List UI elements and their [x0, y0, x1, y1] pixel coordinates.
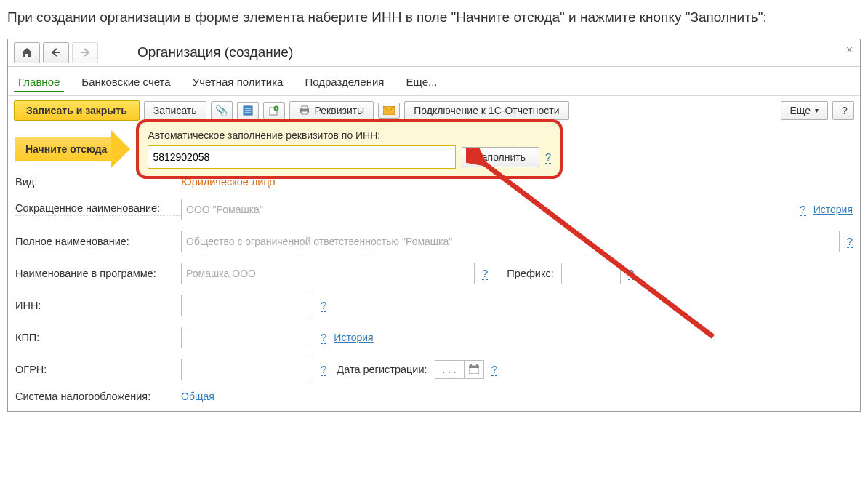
regdate-label: Дата регистрации:: [337, 364, 427, 375]
requisites-button[interactable]: Реквизиты: [289, 101, 374, 120]
help-button[interactable]: ?: [832, 101, 854, 120]
mail-icon: [383, 106, 395, 115]
tab-more[interactable]: Еще...: [401, 73, 441, 92]
short-name-input[interactable]: [181, 199, 792, 220]
tab-bank-accounts[interactable]: Банковские счета: [77, 73, 174, 92]
prog-name-help[interactable]: ?: [482, 267, 488, 280]
list-button[interactable]: [237, 102, 259, 119]
close-icon[interactable]: ×: [846, 44, 853, 57]
regdate-help[interactable]: ?: [491, 363, 497, 376]
arrow-right-icon: [111, 130, 130, 168]
kpp-history-link[interactable]: История: [334, 332, 373, 343]
window-titlebar: Организация (создание): [8, 39, 860, 67]
row-ogrn: ОГРН: ? Дата регистрации: . . . ?: [15, 359, 853, 380]
attach-button[interactable]: 📎: [211, 101, 233, 120]
calendar-icon[interactable]: [464, 361, 483, 378]
kpp-label: КПП:: [15, 332, 181, 343]
ogrn-help[interactable]: ?: [321, 363, 326, 376]
home-button[interactable]: [14, 42, 40, 63]
row-tax-system: Система налогообложения: Общая: [15, 391, 853, 402]
prefix-input[interactable]: [561, 263, 621, 284]
tax-label: Система налогообложения:: [15, 391, 181, 402]
row-prog-name: Наименование в программе: ? Префикс: ?: [15, 263, 853, 284]
tab-accounting-policy[interactable]: Учетная политика: [188, 73, 288, 92]
inn-label: ИНН:: [15, 300, 181, 311]
prog-name-input[interactable]: [181, 263, 475, 284]
back-button[interactable]: [43, 42, 69, 63]
form-body: Начните отсюда Автоматическое заполнение…: [8, 125, 860, 411]
prog-name-label: Наименование в программе:: [15, 268, 181, 279]
fill-button[interactable]: Заполнить: [462, 147, 539, 167]
paperclip-icon: 📎: [215, 105, 228, 116]
prefix-label: Префикс:: [507, 268, 553, 279]
full-name-help[interactable]: ?: [847, 235, 853, 248]
inn-autofill-input[interactable]: [148, 145, 456, 169]
mail-button[interactable]: [378, 103, 400, 119]
save-close-button[interactable]: Записать и закрыть: [14, 100, 140, 121]
tab-main[interactable]: Главное: [14, 73, 64, 92]
more-label: Еще: [790, 105, 811, 116]
row-kpp: КПП: ? История: [15, 327, 853, 348]
prefix-help[interactable]: ?: [628, 267, 634, 280]
connect-1c-button[interactable]: Подключение к 1С-Отчетности: [404, 101, 568, 120]
instruction-text: При создании организации в форме элемент…: [7, 7, 861, 28]
short-name-history-link[interactable]: История: [813, 204, 853, 215]
short-name-label: Сокращенное наименование:: [15, 202, 181, 216]
inn-input[interactable]: [181, 295, 313, 316]
full-name-label: Полное наименование:: [15, 236, 181, 247]
arrow-right-icon: [80, 48, 90, 57]
tab-departments[interactable]: Подразделения: [300, 73, 388, 92]
arrow-left-icon: [51, 48, 61, 57]
ogrn-input[interactable]: [181, 359, 313, 380]
start-here-label: Начните отсюда: [15, 137, 111, 161]
regdate-input[interactable]: . . .: [435, 360, 484, 379]
window-title: Организация (создание): [137, 44, 293, 60]
autofill-panel: Автоматическое заполнение реквизитов по …: [136, 119, 563, 179]
save-button[interactable]: Записать: [144, 101, 206, 120]
kpp-input[interactable]: [181, 327, 313, 348]
requisites-label: Реквизиты: [315, 105, 365, 116]
forward-button[interactable]: [72, 42, 98, 63]
refresh-icon: [269, 105, 279, 116]
form-window: × Организация (создание) Главное Банковс…: [7, 39, 861, 412]
autofill-label: Автоматическое заполнение реквизитов по …: [148, 129, 551, 141]
start-here-badge: Начните отсюда: [15, 133, 130, 165]
regdate-value: . . .: [435, 364, 464, 375]
autofill-help[interactable]: ?: [545, 151, 551, 164]
inn-help[interactable]: ?: [321, 299, 326, 312]
print-icon: [299, 105, 310, 115]
svg-rect-7: [302, 106, 308, 109]
chevron-down-icon: ▾: [815, 106, 819, 114]
start-here-row: Начните отсюда Автоматическое заполнение…: [15, 129, 853, 169]
short-name-help[interactable]: ?: [800, 203, 805, 216]
tabs: Главное Банковские счета Учетная политик…: [8, 67, 860, 96]
more-button[interactable]: Еще ▾: [781, 101, 829, 120]
form-fields: Вид: Юридическое лицо Сокращенное наимен…: [15, 176, 853, 402]
row-short-name: Сокращенное наименование: ? История: [15, 199, 853, 220]
tax-value-link[interactable]: Общая: [181, 391, 214, 402]
svg-rect-8: [302, 111, 308, 114]
list-icon: [243, 105, 253, 116]
home-icon: [21, 47, 33, 57]
full-name-input[interactable]: [181, 231, 840, 252]
refresh-button[interactable]: [263, 102, 285, 119]
ogrn-label: ОГРН:: [15, 364, 181, 375]
row-inn: ИНН: ?: [15, 295, 853, 316]
row-full-name: Полное наименование: ?: [15, 231, 853, 252]
kpp-help[interactable]: ?: [321, 331, 326, 344]
